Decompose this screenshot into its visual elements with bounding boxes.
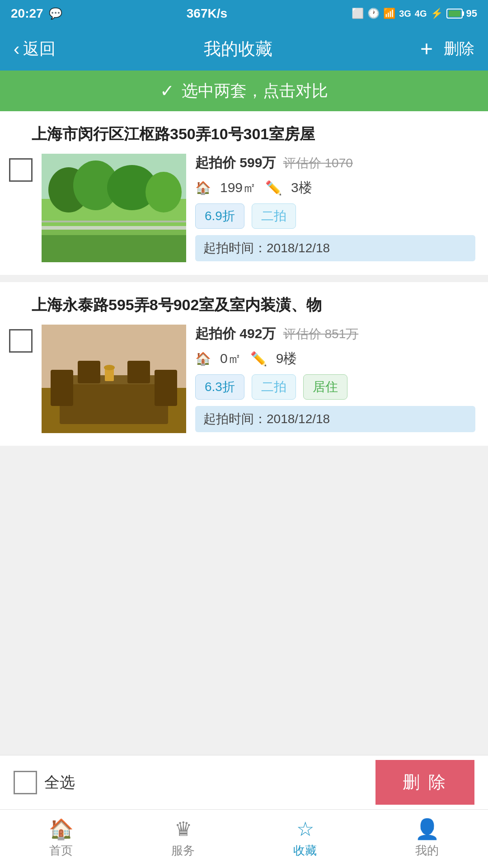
- person-icon: 👤: [415, 819, 440, 839]
- select-all-area[interactable]: 全选: [14, 771, 75, 794]
- card-info-1: 起拍价 599万 评估价 1070 🏠 199㎡ ✏️ 3楼 6.9折 二拍 起…: [195, 154, 475, 261]
- tab-favorites[interactable]: ☆ 收藏: [244, 810, 366, 868]
- status-left: 20:27 💬: [11, 6, 62, 21]
- floor-value-2: 9楼: [276, 349, 297, 368]
- compare-label: 选中两套，点击对比: [182, 80, 328, 102]
- clock-icon: 🕐: [367, 8, 380, 19]
- card-info-2: 起拍价 492万 评估价 851万 🏠 0㎡ ✏️ 9楼 6.3折 二拍 居住 …: [195, 325, 475, 432]
- price-row-2: 起拍价 492万 评估价 851万: [195, 325, 475, 343]
- checkbox-area-2: [9, 325, 33, 353]
- area-value-2: 0㎡: [220, 349, 241, 368]
- tab-mine-label: 我的: [415, 843, 439, 859]
- svg-rect-15: [155, 370, 177, 406]
- nav-bar: ‹ 返回 我的收藏 + 删除: [0, 27, 488, 71]
- pencil-icon-2: ✏️: [250, 351, 267, 367]
- tag-type-2: 居住: [303, 374, 347, 400]
- property-title-2: 上海永泰路595弄8号902室及室内装潢、物: [9, 295, 475, 316]
- property-card-1: 上海市闵行区江枢路350弄10号301室房屋: [0, 111, 488, 275]
- svg-rect-16: [78, 361, 100, 383]
- start-time-label-1: 起拍时间：2018/12/18: [203, 241, 330, 255]
- tab-service-label: 服务: [171, 843, 195, 859]
- select-checkbox-2[interactable]: [9, 329, 33, 353]
- property-title-1: 上海市闵行区江枢路350弄10号301室房屋: [9, 124, 475, 145]
- select-checkbox-1[interactable]: [9, 158, 33, 182]
- crown-icon: ♛: [174, 819, 192, 839]
- svg-rect-2: [42, 235, 186, 262]
- nav-delete-button[interactable]: 删除: [444, 38, 474, 59]
- compare-bar[interactable]: ✓ 选中两套，点击对比: [0, 71, 488, 111]
- tag-discount-2: 6.3折: [195, 374, 244, 400]
- start-time-label-2: 起拍时间：2018/12/18: [203, 412, 330, 426]
- delete-button[interactable]: 删 除: [375, 760, 474, 805]
- lightning-icon: ⚡: [431, 8, 443, 19]
- area-value-1: 199㎡: [220, 179, 256, 197]
- tab-home[interactable]: 🏠 首页: [0, 810, 122, 868]
- tags-row-1: 6.9折 二拍: [195, 203, 475, 229]
- copy-icon: ⬜: [352, 8, 364, 19]
- svg-rect-17: [127, 361, 150, 383]
- svg-point-7: [145, 172, 182, 212]
- checkbox-area-1: [9, 154, 33, 182]
- start-price-1: 起拍价 599万: [195, 155, 276, 170]
- svg-rect-14: [51, 370, 73, 406]
- status-bar: 20:27 💬 367K/s ⬜ 🕐 📶 3G 4G ⚡ 95: [0, 0, 488, 27]
- home-icon: 🏠: [49, 819, 74, 839]
- tab-favorites-label: 收藏: [293, 843, 317, 859]
- tab-bar: 🏠 首页 ♛ 服务 ☆ 收藏 👤 我的: [0, 809, 488, 868]
- battery-icon: [446, 9, 463, 19]
- tags-row-2: 6.3折 二拍 居住: [195, 374, 475, 400]
- tab-service[interactable]: ♛ 服务: [122, 810, 244, 868]
- time-display: 20:27: [11, 6, 43, 21]
- back-button[interactable]: ‹ 返回: [14, 38, 56, 60]
- area-icon-1: 🏠: [195, 180, 211, 195]
- messenger-icon: 💬: [49, 7, 62, 20]
- battery-level: 95: [466, 8, 477, 19]
- network-speed: 367K/s: [187, 6, 227, 20]
- select-all-label: 全选: [44, 772, 75, 793]
- detail-row-1: 🏠 199㎡ ✏️ 3楼: [195, 179, 475, 197]
- tab-home-label: 首页: [49, 843, 73, 859]
- time-bar-1: 起拍时间：2018/12/18: [195, 235, 475, 261]
- area-icon-2: 🏠: [195, 351, 211, 366]
- tab-mine[interactable]: 👤 我的: [366, 810, 488, 868]
- back-label: 返回: [23, 38, 56, 60]
- est-price-2: 评估价 851万: [283, 327, 359, 341]
- floor-value-1: 3楼: [291, 179, 312, 197]
- add-button[interactable]: +: [420, 38, 433, 60]
- compare-check-icon: ✓: [160, 81, 174, 101]
- card-body-2: 起拍价 492万 评估价 851万 🏠 0㎡ ✏️ 9楼 6.3折 二拍 居住 …: [9, 325, 475, 433]
- property-card-2: 上海永泰路595弄8号902室及室内装潢、物: [0, 282, 488, 446]
- action-bar: 全选 删 除: [0, 755, 488, 809]
- svg-rect-12: [60, 379, 168, 424]
- svg-rect-9: [42, 221, 186, 222]
- est-price-1: 评估价 1070: [283, 156, 353, 170]
- tag-auction-1: 二拍: [252, 203, 296, 229]
- start-price-2: 起拍价 492万: [195, 326, 276, 341]
- signal-3g-icon: 3G: [399, 9, 411, 19]
- detail-row-2: 🏠 0㎡ ✏️ 9楼: [195, 349, 475, 368]
- tag-auction-2: 二拍: [252, 374, 296, 400]
- svg-point-19: [104, 365, 115, 370]
- status-center: 367K/s: [187, 6, 227, 21]
- status-right: ⬜ 🕐 📶 3G 4G ⚡ 95: [352, 8, 477, 19]
- bottom-spacer: [0, 453, 488, 589]
- back-chevron-icon: ‹: [14, 39, 19, 59]
- property-image-1: [42, 154, 186, 262]
- wifi-icon: 📶: [383, 8, 395, 19]
- pencil-icon-1: ✏️: [265, 180, 282, 196]
- nav-actions: + 删除: [420, 38, 474, 60]
- select-all-checkbox[interactable]: [14, 771, 37, 794]
- property-image-2: [42, 325, 186, 433]
- star-icon: ☆: [296, 819, 314, 839]
- time-bar-2: 起拍时间：2018/12/18: [195, 406, 475, 432]
- page-title: 我的收藏: [204, 38, 272, 61]
- content-area: 上海市闵行区江枢路350弄10号301室房屋: [0, 111, 488, 755]
- price-row-1: 起拍价 599万 评估价 1070: [195, 154, 475, 172]
- svg-rect-8: [42, 226, 186, 230]
- tag-discount-1: 6.9折: [195, 203, 244, 229]
- signal-4g-icon: 4G: [415, 9, 427, 19]
- card-body-1: 起拍价 599万 评估价 1070 🏠 199㎡ ✏️ 3楼 6.9折 二拍 起…: [9, 154, 475, 262]
